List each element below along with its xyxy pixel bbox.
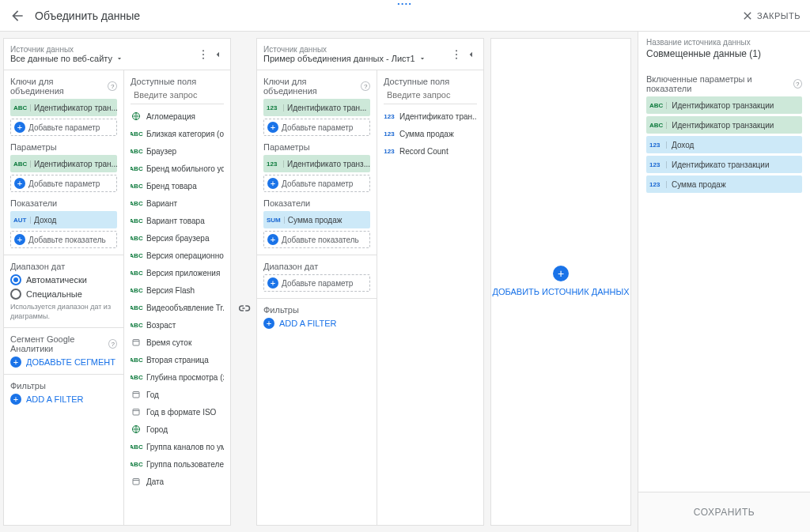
add-filter[interactable]: +ADD A FILTER <box>263 318 370 329</box>
field-item[interactable]: Агломерация <box>131 108 224 125</box>
source-label: Источник данных <box>263 45 450 54</box>
date-auto[interactable]: Автоматически <box>10 274 117 285</box>
output-panel: Название источника данных Включенные пар… <box>638 32 810 532</box>
metric-chip[interactable]: AUTДоход <box>10 211 117 228</box>
field-item[interactable]: ABCВерсия браузера <box>131 229 224 247</box>
field-item[interactable]: ABCБлизкая категория (о... <box>131 125 224 142</box>
field-item[interactable]: ABCВидеообъявление Tr... <box>131 299 224 316</box>
collapse-icon[interactable] <box>464 48 477 61</box>
included-item[interactable]: 123Идентификато транзакции <box>646 156 802 173</box>
join-key-chip[interactable]: 123Идентификато тран... <box>263 99 370 116</box>
field-item[interactable]: ABCГруппа пользователей <box>131 455 224 473</box>
metrics-title: Показатели <box>263 198 370 208</box>
add-param[interactable]: +Добавьте параметр <box>10 175 117 192</box>
field-item[interactable]: 123Record Count <box>384 142 477 160</box>
join-link[interactable] <box>234 38 253 532</box>
add-join-key[interactable]: +Добавьте параметр <box>10 119 117 136</box>
add-source-button[interactable]: + ДОБАВИТЬ ИСТОЧНИК ДАННЫХ <box>490 38 631 526</box>
field-item[interactable]: 123Идентификато тран... <box>384 108 477 125</box>
chevron-down-icon <box>115 55 123 62</box>
more-icon[interactable] <box>450 48 463 61</box>
add-join-key[interactable]: +Добавьте параметр <box>263 119 370 136</box>
svg-point-1 <box>202 54 204 55</box>
add-date-param[interactable]: +Добавьте параметр <box>263 274 370 292</box>
svg-point-0 <box>202 50 204 51</box>
join-keys-title: Ключи для объединения? <box>263 77 370 96</box>
field-item[interactable]: ABCБренд товара <box>131 177 224 194</box>
source1-header: Источник данных Все данные по веб-сайту <box>4 39 230 70</box>
plus-icon: + <box>553 266 569 281</box>
field-item[interactable]: ABCГруппа каналов по ум... <box>131 438 224 455</box>
resize-handle[interactable]: •••• <box>397 0 412 7</box>
add-metric[interactable]: +Добавьте показатель <box>263 231 370 248</box>
field-item[interactable]: ABCВерсия Flash <box>131 281 224 299</box>
add-filter[interactable]: +ADD A FILTER <box>10 394 117 405</box>
help-icon[interactable]: ? <box>793 79 802 89</box>
field-item[interactable]: ABCБраузер <box>131 142 224 160</box>
field-item[interactable]: Город <box>131 421 224 438</box>
help-icon[interactable]: ? <box>108 339 117 349</box>
field-item[interactable]: Год в формате ISO <box>131 403 224 421</box>
close-icon <box>741 9 754 22</box>
source-panel-1: Источник данных Все данные по веб-сайту … <box>3 38 231 526</box>
metric-chip[interactable]: SUMСумма продаж <box>263 211 370 228</box>
source2-header: Источник данных Пример объединения данны… <box>257 39 483 70</box>
included-title: Включенные параметры и показатели? <box>646 74 802 93</box>
svg-point-11 <box>456 57 457 58</box>
filters-title: Фильтры <box>10 381 117 391</box>
back-arrow-icon[interactable] <box>9 8 25 24</box>
output-name-input[interactable] <box>646 47 802 65</box>
close-button[interactable]: ЗАКРЫТЬ <box>741 9 801 22</box>
add-param[interactable]: +Добавьте параметр <box>263 175 370 192</box>
field-item[interactable]: ABCВариант товара <box>131 212 224 229</box>
source1-config: Ключи для объединения? ABCИдентификатор … <box>4 70 124 525</box>
source1-name[interactable]: Все данные по веб-сайту <box>10 54 197 63</box>
add-metric[interactable]: +Добавьте показатель <box>10 231 117 248</box>
param-chip[interactable]: 123Идентификато транз... <box>263 155 370 172</box>
field-item[interactable]: 123Сумма продаж <box>384 125 477 142</box>
included-item[interactable]: ABCИдентификатор транзакции <box>646 116 802 134</box>
ga-segment-title: Сегмент Google Аналитики? <box>10 334 117 353</box>
svg-rect-4 <box>133 340 139 346</box>
page-title: Объединить данные <box>35 9 140 22</box>
field-search <box>384 89 477 104</box>
field-search-input[interactable] <box>134 90 230 100</box>
param-chip[interactable]: ABCИдентификатор тран... <box>10 155 117 172</box>
save-button[interactable]: СОХРАНИТЬ <box>662 500 786 524</box>
field-item[interactable]: ABCВозраст <box>131 316 224 334</box>
source-panel-2: Источник данных Пример объединения данны… <box>256 38 484 526</box>
date-custom[interactable]: Специальные <box>10 289 117 300</box>
source1-fields: Доступные поля АгломерацияABCБлизкая кат… <box>124 70 230 525</box>
field-search-input[interactable] <box>387 90 483 100</box>
header: •••• Объединить данные ЗАКРЫТЬ <box>0 0 810 32</box>
field-item[interactable]: ABCГлубина просмотра (з... <box>131 368 224 386</box>
included-item[interactable]: 123Сумма продаж <box>646 175 802 193</box>
help-icon[interactable]: ? <box>108 81 117 91</box>
date-hint: Используется диапазон дат из диаграммы. <box>10 303 117 321</box>
field-item[interactable]: ABCВторая страница <box>131 351 224 368</box>
svg-point-2 <box>202 57 204 58</box>
source2-name[interactable]: Пример объединения данных - Лист1 <box>263 54 450 63</box>
main-area: Источник данных Все данные по веб-сайту … <box>0 32 810 532</box>
field-item[interactable]: Год <box>131 386 224 403</box>
date-range-title: Диапазон дат <box>263 262 370 271</box>
more-icon[interactable] <box>197 48 210 61</box>
add-segment[interactable]: +ДОБАВЬТЕ СЕГМЕНТ <box>10 357 117 368</box>
collapse-icon[interactable] <box>211 48 224 61</box>
included-item[interactable]: ABCИдентификатор транзакции <box>646 96 802 114</box>
params-title: Параметры <box>10 142 117 152</box>
field-item[interactable]: Время суток <box>131 334 224 351</box>
help-icon[interactable]: ? <box>361 81 370 91</box>
included-item[interactable]: 123Доход <box>646 136 802 153</box>
field-item[interactable]: ABCВерсия приложения <box>131 264 224 281</box>
field-item[interactable]: ABCБренд мобильного ус... <box>131 160 224 177</box>
field-item[interactable]: ABCВариант <box>131 194 224 212</box>
source2-fields: Доступные поля 123Идентификато тран...12… <box>377 70 483 525</box>
field-search <box>131 89 224 104</box>
link-icon <box>237 301 251 315</box>
output-name-label: Название источника данных <box>646 38 802 47</box>
avail-fields-title: Доступные поля <box>384 77 477 86</box>
field-item[interactable]: ABCВерсия операционно... <box>131 247 224 264</box>
field-item[interactable]: Дата <box>131 473 224 490</box>
join-key-chip[interactable]: ABCИдентификатор тран... <box>10 99 117 116</box>
